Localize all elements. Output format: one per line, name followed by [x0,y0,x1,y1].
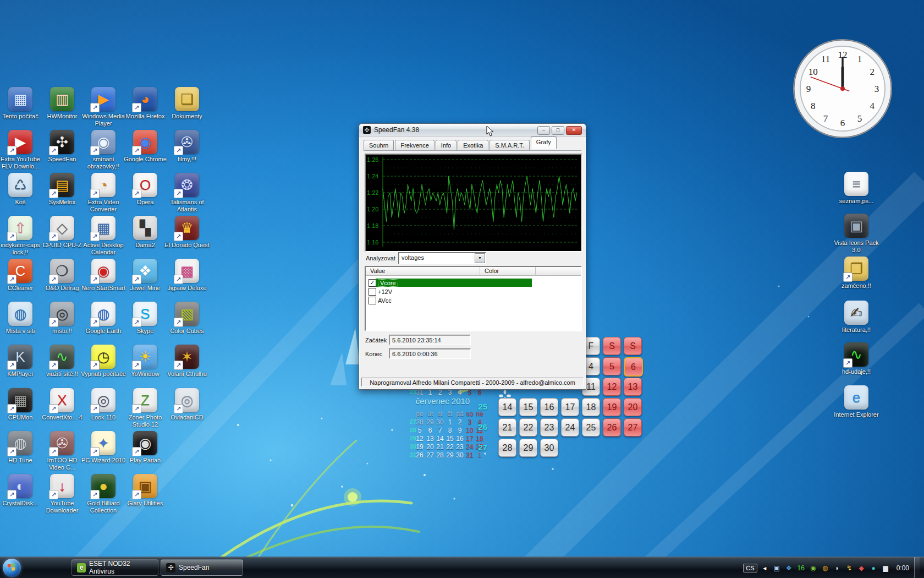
desktop-icon-seznam-ps[interactable]: ≡seznam,ps... [833,172,879,205]
desktop-icon-literatura[interactable]: ✍literatura,!! [833,301,879,334]
tab-frekvence[interactable]: Frekvence [395,140,434,150]
calendar-day-18[interactable]: 18 [582,398,600,416]
desktop-icon-nero-startsmart[interactable]: ◉↗Nero StartSmart [80,259,127,292]
desktop-icon-extra-youtube-flv-downlo[interactable]: ▶↗Extra YouTube FLV Downlo... [0,130,43,170]
column-header-value[interactable]: Value [366,267,480,276]
desktop-icon-ovladanicd[interactable]: ◎↗OvladaniCD [164,388,210,421]
desktop-icon-opera[interactable]: O↗Opera [122,173,168,206]
desktop-icon-el-dorado-quest[interactable]: ♛↗El Dorado Quest [164,216,210,249]
show-desktop-button[interactable] [914,557,920,578]
checkbox-vcore[interactable]: ✓ [369,279,376,287]
messenger-tray-icon[interactable]: ● [869,563,878,572]
taskbar-button-eset-nod32-antivirus[interactable]: eESET NOD32 Antivirus [72,559,158,576]
desktop-icon-vista-icons-pack-3-0[interactable]: ▣Vista Icons Pack 3.0 [833,214,879,254]
calendar-day-5[interactable]: 5 [603,357,621,375]
desktop-icon-convertxto-4[interactable]: X↗ConvertXto... 4 [39,388,85,421]
desktop-icon-extra-video-converter[interactable]: ◔↗Extra Video Converter [80,173,127,213]
desktop-icon-skype[interactable]: S↗Skype [122,302,168,335]
display-tray-icon[interactable]: ▣ [772,563,782,572]
desktop-icon-look-110[interactable]: ◎↗Look 110 [80,388,127,421]
desktop-icon-glary-utilities[interactable]: ▣↗Glary Utilities [122,474,168,507]
device-tray-icon[interactable]: ❖ [784,563,794,572]
hidden-icons-chevron[interactable]: ◂ [760,563,769,572]
calendar-day-6[interactable]: 6 [624,357,643,377]
start-button[interactable] [3,559,21,577]
desktop-icon-crystaldisk[interactable]: ◐↗CrystalDisk... [0,474,43,507]
desktop-icon-hd-udaje[interactable]: ∿↗hd-udaje,!! [833,342,879,375]
tab-exotika[interactable]: Exotika [458,140,488,150]
end-time-field[interactable]: 6.6.2010 0:00:36 [389,348,471,359]
calendar-day-12[interactable]: 12 [603,378,621,396]
tab-s-m-a-r-t[interactable]: S.M.A.R.T. [490,140,530,150]
update-tray-icon[interactable]: ◍ [821,563,830,572]
desktop-icon-hd-tune[interactable]: ◍↗HD Tune [0,431,43,464]
desktop-icon-kmplayer[interactable]: K↗KMPlayer [0,345,43,378]
desktop-icon-sysmetrix[interactable]: ▤↗SysMetrix [39,173,85,206]
desktop-icon-play-pariah[interactable]: ◉↗Play Pariah [122,431,168,464]
desktop-icon-sm-nan-obrazovky[interactable]: ◉↗smínaní obrazovky,!! [80,130,127,170]
combobox-dropdown-icon[interactable]: ▼ [475,253,485,263]
desktop-icon-yowindow[interactable]: ☀↗YoWindow [122,345,168,378]
security-tray-icon[interactable]: ◆ [857,563,866,572]
power-tray-icon[interactable]: ↯ [845,563,854,572]
desktop-icon-viu-it-s-t[interactable]: ∿↗viužití sítě,!! [39,345,85,378]
value-row-avcc[interactable]: AVcc [366,296,581,305]
tab-souhrn[interactable]: Souhrn [364,140,394,150]
desktop-icon-color-cubes[interactable]: ▧↗Color Cubes [164,302,210,335]
desktop-icon-m-sto[interactable]: ◎↗místo,!! [39,302,85,335]
calendar-day-21[interactable]: 21 [498,418,516,437]
calendar-day-15[interactable]: 15 [519,398,537,416]
eset-tray-icon[interactable]: ◉ [809,563,818,572]
calendar-day-20[interactable]: 20 [624,398,642,416]
speedfan-temp-tray[interactable]: 16 [796,563,806,572]
calendar-day-25[interactable]: 25 [582,418,600,437]
desktop-icon-ko[interactable]: ♺Koš [0,173,43,206]
desktop-icon-jewel-mine[interactable]: ❖↗Jewel Mine [122,259,168,292]
calendar-day-13[interactable]: 13 [624,378,642,396]
value-row-vcore[interactable]: ✓Vcore [366,279,581,287]
desktop-icon-dokumenty[interactable]: ❏Dokumenty [164,87,210,120]
calendar-day-14[interactable]: 14 [498,398,516,416]
calendar-day-header-s[interactable]: S [624,337,642,355]
desktop-icon-active-desktop-calendar[interactable]: ▦↗Active Desktop Calendar [80,216,127,256]
checkbox-avcc[interactable] [369,297,376,304]
desktop-icon-zoner-photo-studio-12[interactable]: Z↗Zoner Photo Studio 12 [122,388,168,428]
desktop-icon-youtube-downloader[interactable]: ↓↗YouTube Downloader [39,474,85,514]
desktop-icon-imtoo-hd-video-c[interactable]: ✇↗ImTOO HD Video C... [39,431,85,471]
volume-tray-icon[interactable]: ◗ [833,563,842,572]
analyze-combobox[interactable]: voltages ▼ [398,252,486,264]
desktop-icon-tento-po-ta[interactable]: ▦Tento počítač [0,87,43,120]
language-indicator[interactable]: CS [743,564,757,572]
desktop-icon-windows-media-player[interactable]: ▶↗Windows Media Player [80,87,127,127]
value-row-12v[interactable]: +12V [366,287,581,296]
desktop-icon-ccleaner[interactable]: C↗CCleaner [0,259,43,292]
desktop-icon-talismans-of-atlantis[interactable]: ❂↗Talismans of Atlantis [164,173,210,213]
desktop-icon-filmy[interactable]: ✇↗filmy,!!! [164,130,210,163]
desktop-icon-google-earth[interactable]: ◍↗Google Earth [80,302,127,335]
calendar-day-23[interactable]: 23 [540,418,558,437]
network-tray-icon[interactable]: ▆ [881,563,890,572]
desktop-icon-vol-n-cthulhu[interactable]: ✶↗Volání Cthulhu [164,345,210,378]
desktop-icon-m-sta-v-s-ti[interactable]: ◍Místa v síti [0,302,43,335]
desktop-icon-cpuid-cpu-z[interactable]: ◇↗CPUID CPU-Z [39,216,85,249]
desktop-icon-o-o-defrag[interactable]: ❍↗O&O Defrag [39,259,85,292]
desktop-icon-pc-wizard-2010[interactable]: ✦↗PC Wizard 2010 [80,431,127,464]
maximize-button[interactable]: □ [552,126,564,135]
minimize-button[interactable]: – [537,126,550,135]
taskbar-clock[interactable]: 0:00 [897,564,909,572]
calendar-day-28[interactable]: 28 [498,439,516,457]
desktop-icon-jigsaw-deluxe[interactable]: ▩↗Jigsaw Deluxe [164,259,210,292]
desktop-icon-mozilla-firefox[interactable]: ◕↗Mozilla Firefox [122,87,168,120]
desktop-icon-internet-explorer[interactable]: eInternet Explorer [833,385,879,418]
close-button[interactable]: ✕ [566,126,582,135]
tab-grafy[interactable]: Grafy [531,137,557,149]
calendar-day-17[interactable]: 17 [561,398,579,416]
desktop-icon-dama2[interactable]: ▚Dama2 [122,216,168,249]
desktop-icon-indykator-caps-lock[interactable]: ⇧↗indykator-caps lock,!! [0,216,43,256]
calendar-day-header-s[interactable]: S [603,337,621,355]
desktop-icon-google-chrome[interactable]: ◉↗Google Chrome [122,130,168,163]
start-time-field[interactable]: 5.6.2010 23:35:14 [389,335,471,345]
desktop-icon-hwmonitor[interactable]: ▥HWMonitor [39,87,85,120]
desktop-icon-zam-eno[interactable]: ❐↗zamčeno,!! [833,257,879,290]
desktop-icon-gold-billiard-collection[interactable]: ●↗Gold Billiard Collection [80,474,127,514]
